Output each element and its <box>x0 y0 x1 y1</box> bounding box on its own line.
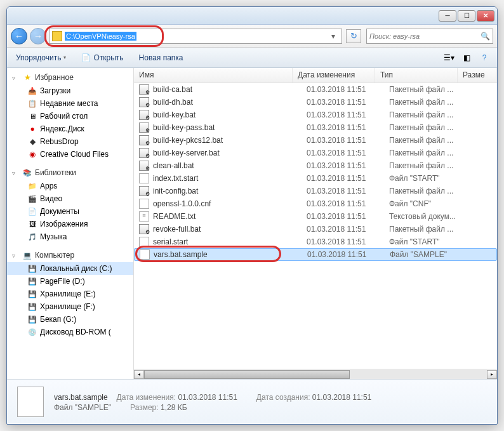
file-row[interactable]: serial.start01.03.2018 11:51Файл "START" <box>134 235 497 248</box>
file-type: Пакетный файл ... <box>389 161 472 170</box>
sidebar-item[interactable]: RebusDrop <box>7 135 133 148</box>
ico-disk <box>27 314 37 324</box>
preview-pane-icon[interactable]: ◧ <box>459 51 474 65</box>
sidebar-item[interactable]: Яндекс.Диск <box>7 123 133 135</box>
scroll-thumb[interactable] <box>144 370 350 379</box>
sidebar-item[interactable]: Локальный диск (C:) <box>7 262 133 275</box>
help-icon[interactable]: ? <box>477 51 492 65</box>
scroll-track[interactable] <box>144 370 487 379</box>
file-row[interactable]: README.txt01.03.2018 11:51Текстовый доку… <box>134 210 497 223</box>
libraries-header[interactable]: ▿ Библиотеки <box>7 166 133 180</box>
collapse-icon[interactable]: ▿ <box>12 252 20 259</box>
favorites-header[interactable]: ▿ Избранное <box>7 70 133 84</box>
file-row[interactable]: build-key-server.bat01.03.2018 11:51Паке… <box>134 147 497 159</box>
sidebar-item[interactable]: Apps <box>7 180 133 192</box>
file-row[interactable]: init-config.bat01.03.2018 11:51Пакетный … <box>134 185 497 197</box>
scroll-right-icon[interactable]: ▸ <box>487 370 497 379</box>
file-icon <box>139 224 149 234</box>
sidebar-item[interactable]: Бекап (G:) <box>7 313 133 326</box>
refresh-button[interactable]: ↻ <box>346 29 361 43</box>
file-row[interactable]: openssl-1.0.0.cnf01.03.2018 11:51Файл "C… <box>134 197 497 210</box>
file-row[interactable]: index.txt.start01.03.2018 11:51Файл "STA… <box>134 172 497 185</box>
address-bar[interactable]: C:\OpenVPN\easy-rsa ▾ <box>49 29 342 44</box>
file-list[interactable]: build-ca.bat01.03.2018 11:51Пакетный фай… <box>134 83 497 369</box>
horizontal-scrollbar[interactable]: ◂ ▸ <box>134 369 497 379</box>
ico-disk <box>27 276 37 286</box>
file-row[interactable]: vars.bat.sample01.03.2018 11:51Файл "SAM… <box>134 248 497 261</box>
file-date: 01.03.2018 11:51 <box>307 174 389 183</box>
sidebar-item-label: Музыка <box>40 232 67 241</box>
file-content-area: Имя Дата изменения Тип Разме build-ca.ba… <box>134 68 497 379</box>
toolbar: Упорядочить 📄 Открыть Новая папка ☰▾ ◧ ? <box>7 48 497 68</box>
close-button[interactable]: ✕ <box>477 10 494 22</box>
sidebar-item[interactable]: Изображения <box>7 218 133 230</box>
sidebar-item-label: Яндекс.Диск <box>40 124 84 133</box>
file-name: README.txt <box>153 212 307 221</box>
file-row[interactable]: build-key.bat01.03.2018 11:51Пакетный фа… <box>134 109 497 121</box>
file-name: build-key-server.bat <box>153 149 307 157</box>
file-date: 01.03.2018 11:51 <box>307 212 389 221</box>
file-type: Пакетный файл ... <box>389 110 472 119</box>
file-row[interactable]: clean-all.bat01.03.2018 11:51Пакетный фа… <box>134 159 497 172</box>
file-type: Текстовый докум... <box>389 212 472 221</box>
ico-img <box>27 219 37 229</box>
ico-cd <box>27 327 37 337</box>
file-icon <box>139 148 149 158</box>
forward-button[interactable]: → <box>30 28 46 44</box>
sidebar-item[interactable]: Недавние места <box>7 97 133 110</box>
address-path[interactable]: C:\OpenVPN\easy-rsa <box>65 32 136 41</box>
column-type[interactable]: Тип <box>375 68 458 83</box>
sidebar-item[interactable]: Хранилище (F:) <box>7 300 133 313</box>
address-dropdown-icon[interactable]: ▾ <box>328 32 339 41</box>
ico-disk <box>27 263 37 274</box>
open-button[interactable]: 📄 Открыть <box>77 51 127 64</box>
file-date: 01.03.2018 11:51 <box>307 237 389 246</box>
sidebar-item[interactable]: Дисковод BD-ROM ( <box>7 326 133 338</box>
sidebar-item[interactable]: Creative Cloud Files <box>7 148 133 161</box>
view-options-icon[interactable]: ☰▾ <box>441 51 456 65</box>
minimize-button[interactable]: ─ <box>439 10 456 22</box>
file-type-icon <box>17 387 44 417</box>
search-input[interactable] <box>369 32 481 40</box>
sidebar-item[interactable]: Документы <box>7 205 133 218</box>
file-row[interactable]: revoke-full.bat01.03.2018 11:51Пакетный … <box>134 223 497 235</box>
ico-video <box>27 194 37 204</box>
file-date: 01.03.2018 11:51 <box>307 187 389 196</box>
sidebar-item[interactable]: Видео <box>7 192 133 205</box>
file-row[interactable]: build-key-pkcs12.bat01.03.2018 11:51Паке… <box>134 134 497 147</box>
search-box[interactable]: 🔍 <box>366 29 493 44</box>
sidebar-item[interactable]: Хранилище (E:) <box>7 288 133 300</box>
favorites-label: Избранное <box>35 73 74 82</box>
scroll-left-icon[interactable]: ◂ <box>134 370 144 379</box>
file-name: build-ca.bat <box>153 85 307 94</box>
file-icon <box>139 135 149 145</box>
collapse-icon[interactable]: ▿ <box>12 74 20 81</box>
file-type: Файл "START" <box>389 174 472 183</box>
file-row[interactable]: build-dh.bat01.03.2018 11:51Пакетный фай… <box>134 96 497 109</box>
back-button[interactable]: ← <box>11 28 27 44</box>
column-size[interactable]: Разме <box>458 68 497 83</box>
organize-button[interactable]: Упорядочить <box>12 51 70 64</box>
file-row[interactable]: build-key-pass.bat01.03.2018 11:51Пакетн… <box>134 121 497 134</box>
file-row[interactable]: build-ca.bat01.03.2018 11:51Пакетный фай… <box>134 83 497 96</box>
file-name: build-key-pass.bat <box>153 123 307 132</box>
sidebar-item[interactable]: PageFile (D:) <box>7 275 133 288</box>
star-icon <box>22 72 32 83</box>
sidebar-item[interactable]: Загрузки <box>7 84 133 97</box>
collapse-icon[interactable]: ▿ <box>12 169 20 176</box>
file-type: Файл "CNF" <box>389 199 472 208</box>
file-name: clean-all.bat <box>153 161 307 170</box>
column-name[interactable]: Имя <box>134 68 293 83</box>
sidebar-item-label: Недавние места <box>40 99 98 108</box>
maximize-button[interactable]: ☐ <box>458 10 475 22</box>
file-type: Файл "SAMPLE" <box>390 250 472 259</box>
sidebar-item[interactable]: Рабочий стол <box>7 110 133 123</box>
computer-label: Компьютер <box>35 251 74 260</box>
file-name: vars.bat.sample <box>154 250 307 259</box>
sidebar-item[interactable]: Музыка <box>7 230 133 243</box>
ico-yandex <box>27 124 37 134</box>
column-date[interactable]: Дата изменения <box>293 68 375 83</box>
new-folder-button[interactable]: Новая папка <box>135 51 187 64</box>
computer-header[interactable]: ▿ Компьютер <box>7 248 133 262</box>
computer-group: ▿ Компьютер Локальный диск (C:)PageFile … <box>7 248 133 338</box>
